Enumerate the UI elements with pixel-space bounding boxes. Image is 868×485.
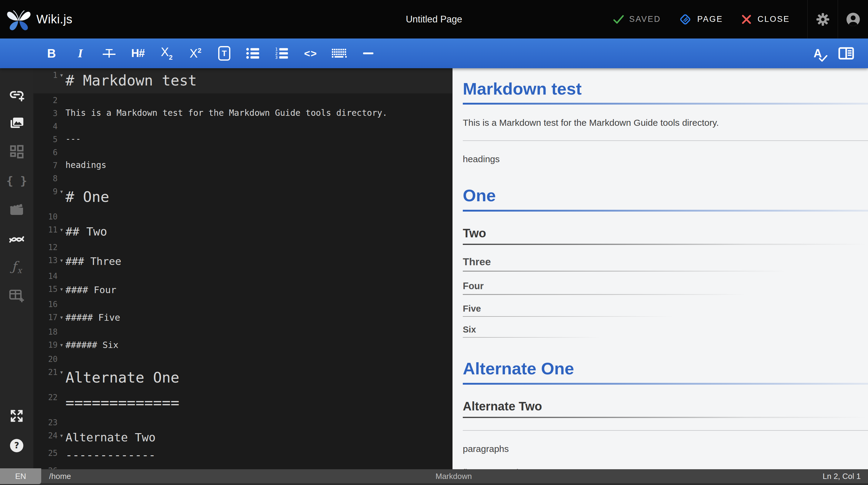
line-number: 13 (33, 253, 58, 267)
editor-line[interactable]: 5--- (33, 132, 452, 146)
inline-code-button[interactable]: <> (303, 44, 318, 62)
editor-line[interactable]: 11▾## Two (33, 223, 452, 240)
markdown-preview-pane[interactable]: Markdown testThis is a Markdown test for… (452, 68, 868, 485)
code-text: This is a Markdown test for the Markdown… (65, 107, 387, 119)
sidebar-help-button[interactable]: ? (0, 431, 33, 460)
editor-line[interactable]: 14 (33, 269, 452, 282)
fold-arrow-icon[interactable]: ▾ (58, 338, 65, 353)
sidebar-insert-code-button[interactable]: { } (0, 166, 33, 195)
heading-underline (463, 316, 868, 317)
heading-underline (463, 271, 868, 272)
sidebar-insert-diagram-button[interactable] (0, 224, 33, 252)
topbar: Wiki.js Untitled Page SAVED (0, 0, 868, 38)
page-label: PAGE (697, 14, 723, 24)
page-properties-button[interactable]: PAGE (678, 12, 723, 26)
sidebar-insert-math-button[interactable]: ƒx (0, 252, 33, 281)
editor-line[interactable]: 18 (33, 325, 452, 338)
editor-line[interactable]: 12 (33, 240, 452, 253)
italic-button[interactable]: I (72, 44, 88, 62)
strikethrough-button[interactable]: T (101, 44, 117, 62)
settings-button[interactable] (808, 0, 838, 38)
editor-line[interactable]: 4 (33, 119, 452, 132)
logo[interactable]: Wiki.js (5, 6, 72, 33)
italic-icon: I (78, 47, 83, 59)
editor-line[interactable]: 23 (33, 416, 452, 429)
editor-line[interactable]: 21▾Alternate One (33, 365, 452, 390)
superscript-button[interactable]: X2 (188, 44, 204, 62)
fold-arrow-icon[interactable]: ▾ (58, 282, 65, 297)
subscript-button[interactable]: X2 (159, 44, 175, 62)
line-number: 22 (33, 390, 58, 404)
line-number: 20 (33, 352, 58, 366)
line-number: 5 (33, 132, 58, 146)
fold-arrow-icon[interactable]: ▾ (58, 365, 65, 380)
sidebar-insert-image-button[interactable] (0, 109, 33, 137)
fold-arrow-icon[interactable]: ▾ (58, 253, 65, 268)
editor-line[interactable]: 7headings (33, 158, 452, 172)
split-view-button[interactable] (838, 44, 854, 62)
sidebar-insert-block-button[interactable] (0, 137, 33, 166)
line-number: 18 (33, 325, 58, 339)
code-text: #### Four (65, 282, 116, 297)
cursor-position: Ln 2, Col 1 (823, 472, 861, 481)
text-box-icon: T (218, 46, 230, 61)
editor-line[interactable]: 16 (33, 297, 452, 310)
video-icon (9, 203, 25, 216)
app-name: Wiki.js (36, 12, 72, 26)
svg-text:3: 3 (275, 55, 278, 60)
editor-line[interactable]: 20 (33, 352, 452, 365)
page-title: Untitled Page (406, 14, 462, 25)
topbar-actions: SAVED PAGE CLOSE (613, 0, 868, 38)
editor-line[interactable]: 24▾Alternate Two (33, 429, 452, 446)
editor-line[interactable]: 1▾# Markdown test (33, 68, 452, 93)
editor-mode-label: Markdown (435, 472, 472, 481)
format-toolbar-buttons: BITH#X2X2T123<> (0, 44, 389, 62)
spellcheck-button[interactable]: A (810, 44, 826, 62)
bullet-list-button[interactable] (245, 44, 261, 62)
editor-line[interactable]: 22============= (33, 390, 452, 416)
chart-multiline-icon (9, 232, 25, 244)
editor-line[interactable]: 9▾# One (33, 185, 452, 210)
fold-arrow-icon[interactable]: ▾ (58, 223, 65, 237)
editor-line[interactable]: 17▾##### Five (33, 310, 452, 325)
editor-line[interactable]: 3This is a Markdown test for the Markdow… (33, 107, 452, 119)
code-text: ## Two (65, 223, 107, 240)
sidebar-insert-video-button[interactable] (0, 195, 33, 224)
check-icon (613, 13, 624, 25)
heading-button[interactable]: H# (130, 44, 146, 62)
editor-line[interactable]: 8 (33, 172, 452, 185)
line-number: 6 (33, 146, 58, 159)
locale-selector[interactable]: EN (0, 468, 41, 484)
editor-line[interactable]: 2 (33, 93, 452, 107)
editor-line[interactable]: 25------------- (33, 446, 452, 464)
fold-arrow-icon[interactable]: ▾ (58, 310, 65, 325)
account-button[interactable] (838, 0, 868, 38)
spellcheck-icon: A (813, 47, 822, 60)
saved-button[interactable]: SAVED (613, 13, 661, 25)
page-path: /home (49, 472, 71, 481)
line-number: 12 (33, 240, 58, 254)
editor-line[interactable]: 13▾### Three (33, 253, 452, 269)
sidebar-insert-table-button[interactable] (0, 281, 33, 310)
sidebar-fullscreen-button[interactable] (0, 402, 33, 430)
line-number: 10 (33, 210, 58, 224)
strikethrough-icon: T (105, 47, 113, 59)
markdown-editor-pane[interactable]: 1▾# Markdown test23This is a Markdown te… (33, 68, 452, 485)
ordered-list-button[interactable]: 123 (274, 44, 290, 62)
line-number: 21 (33, 365, 58, 379)
editor-line[interactable]: 15▾#### Four (33, 282, 452, 297)
text-box-button[interactable]: T (216, 44, 232, 62)
fold-arrow-icon[interactable]: ▾ (58, 429, 65, 443)
bold-button[interactable]: B (44, 44, 59, 62)
fold-arrow-icon[interactable]: ▾ (58, 185, 65, 199)
keyboard-keys-button[interactable] (332, 44, 347, 62)
editor-line[interactable]: 6 (33, 146, 452, 158)
code-text: --- (65, 132, 81, 146)
horizontal-rule-button[interactable] (360, 44, 376, 62)
editor-line[interactable]: 10 (33, 210, 452, 223)
editor-line[interactable]: 19▾###### Six (33, 338, 452, 352)
sidebar-insert-link-button[interactable] (0, 80, 33, 109)
code-text: # Markdown test (65, 68, 197, 92)
fold-arrow-icon[interactable]: ▾ (58, 68, 65, 83)
close-button[interactable]: CLOSE (740, 13, 790, 26)
